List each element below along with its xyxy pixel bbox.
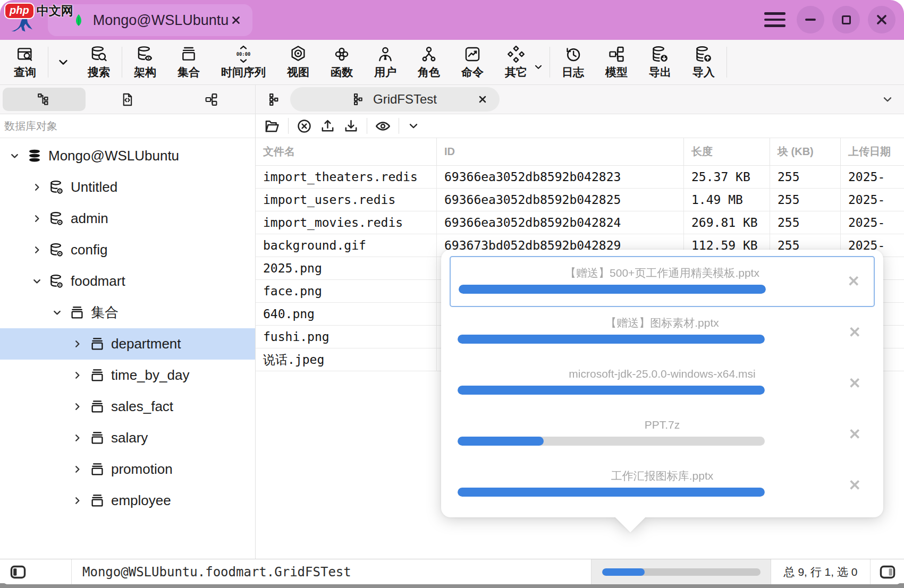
db-search-icon bbox=[90, 45, 108, 63]
upload-cancel-icon[interactable]: ✕ bbox=[849, 325, 861, 340]
tree-item-time_by_day[interactable]: time_by_day bbox=[0, 360, 255, 391]
folder-open-button[interactable] bbox=[263, 118, 282, 134]
upload-cancel-icon[interactable]: ✕ bbox=[849, 478, 861, 493]
timeseries-icon: 00:00 bbox=[234, 45, 252, 63]
toggle-right-panel-icon[interactable] bbox=[879, 564, 896, 581]
close-button[interactable] bbox=[868, 6, 895, 33]
tree-item-label: config bbox=[71, 242, 107, 258]
tree-item-employee[interactable]: employee bbox=[0, 485, 255, 516]
tree-item-promotion[interactable]: promotion bbox=[0, 454, 255, 485]
collection-icon bbox=[89, 336, 105, 352]
column-header[interactable]: 文件名 bbox=[256, 138, 437, 165]
table-cell: 640.png bbox=[256, 303, 437, 325]
cancel-circle-button[interactable] bbox=[295, 118, 314, 134]
sidebar-panel-tabs bbox=[0, 85, 256, 114]
toolbar-button-view[interactable]: 视图 bbox=[276, 40, 320, 84]
toolbar-button-user[interactable]: 用户 bbox=[364, 40, 407, 84]
toolbar-button-db-import[interactable]: 导入 bbox=[682, 40, 725, 84]
table-row[interactable]: import_users.redis69366ea3052db8592b0428… bbox=[256, 189, 904, 211]
table-cell: 1.49 MB bbox=[684, 189, 770, 211]
column-header[interactable]: 上传日期 bbox=[841, 138, 904, 165]
toolbar-button-role[interactable]: 角色 bbox=[407, 40, 451, 84]
titlebar: Mongo@WSLUbuntu bbox=[0, 0, 904, 40]
column-header[interactable]: 长度 bbox=[684, 138, 770, 165]
upload-cancel-icon[interactable]: ✕ bbox=[848, 274, 860, 289]
upload-progress-track bbox=[458, 437, 765, 446]
tree-item-sales_fact[interactable]: sales_fact bbox=[0, 391, 255, 422]
column-header[interactable]: 块 (KB) bbox=[770, 138, 841, 165]
table-row[interactable]: import_theaters.redis69366ea3052db8592b0… bbox=[256, 166, 904, 189]
upload-progress-fill bbox=[459, 285, 766, 294]
status-progress-fill bbox=[602, 568, 645, 576]
chevron-right-icon bbox=[71, 463, 83, 475]
tab-close-icon[interactable] bbox=[477, 94, 488, 105]
upload-filename: 工作汇报图标库.pptx bbox=[455, 467, 869, 484]
php-watermark: php 中文网 bbox=[4, 3, 73, 19]
tree-item-department[interactable]: department bbox=[0, 328, 255, 360]
panel-tab-model[interactable] bbox=[170, 88, 252, 111]
tab-gridfstest[interactable]: GridFSTest bbox=[290, 87, 500, 112]
toolbar-button-label: 视图 bbox=[287, 65, 309, 80]
toolbar-button-label: 角色 bbox=[418, 65, 440, 80]
menu-button[interactable] bbox=[764, 6, 789, 33]
table-cell: 25.37 KB bbox=[684, 166, 770, 188]
maximize-button[interactable] bbox=[832, 6, 860, 33]
query-dropdown-button[interactable] bbox=[49, 40, 77, 84]
toolbar-button-collection[interactable]: 集合 bbox=[167, 40, 210, 84]
model-icon bbox=[607, 45, 626, 63]
db-import-icon bbox=[695, 45, 713, 63]
tree-item-Mongo@WSLUbuntu[interactable]: Mongo@WSLUbuntu bbox=[0, 140, 255, 172]
toolbar-button-timeseries[interactable]: 00:00时间序列 bbox=[210, 40, 276, 84]
tree-item-config[interactable]: config bbox=[0, 234, 255, 266]
panel-tab-tree-structure[interactable] bbox=[3, 88, 86, 111]
toolbar-button-log[interactable]: 日志 bbox=[551, 40, 595, 84]
tree-item-label: admin bbox=[71, 210, 108, 227]
toolbar-button-db-schema[interactable]: 架构 bbox=[123, 40, 167, 84]
toolbar-button-command[interactable]: 命令 bbox=[451, 40, 494, 84]
minimize-button[interactable] bbox=[797, 6, 824, 33]
upload-button[interactable] bbox=[318, 118, 337, 134]
more-actions-button[interactable] bbox=[405, 119, 421, 133]
chevron-down-icon bbox=[881, 92, 894, 106]
download-button[interactable] bbox=[342, 118, 360, 134]
table-cell: import_theaters.redis bbox=[256, 166, 437, 188]
collection-icon bbox=[89, 462, 105, 478]
table-cell: import_users.redis bbox=[256, 189, 437, 211]
toolbar-button-label: 函数 bbox=[331, 65, 353, 80]
tree-item-label: foodmart bbox=[71, 273, 125, 289]
tree-item-集合[interactable]: 集合 bbox=[0, 297, 255, 328]
toolbar-button-function[interactable]: 函数 bbox=[320, 40, 364, 84]
collection-icon bbox=[69, 305, 85, 321]
toolbar-button-model[interactable]: 模型 bbox=[595, 40, 638, 84]
upload-progress-track bbox=[458, 386, 765, 395]
connection-tab[interactable]: Mongo@WSLUbuntu bbox=[48, 4, 252, 36]
toolbar-button-other[interactable]: 其它 bbox=[494, 40, 548, 84]
gridfs-icon bbox=[268, 92, 283, 107]
tab-list-chevron-icon[interactable] bbox=[881, 92, 894, 106]
toolbar-divider bbox=[550, 47, 550, 78]
user-icon bbox=[376, 45, 394, 63]
tree-item-label: promotion bbox=[111, 461, 173, 478]
table-row[interactable]: import_movies.redis69366ea3052db8592b042… bbox=[256, 211, 904, 234]
tree-item-salary[interactable]: salary bbox=[0, 422, 255, 454]
download-icon bbox=[343, 118, 359, 134]
connection-tab-close-icon[interactable] bbox=[230, 14, 242, 26]
toolbar-button-db-search[interactable]: 搜索 bbox=[77, 40, 121, 84]
log-icon bbox=[564, 45, 582, 63]
eye-button[interactable] bbox=[374, 118, 392, 134]
tree-structure-icon bbox=[37, 92, 51, 107]
toolbar-divider bbox=[726, 47, 727, 78]
panel-tab-file-code[interactable] bbox=[86, 88, 169, 111]
toggle-left-panel-icon[interactable] bbox=[10, 564, 27, 581]
column-header[interactable]: ID bbox=[437, 138, 684, 165]
tree-item-Untitled[interactable]: Untitled bbox=[0, 172, 255, 203]
table-cell: 255 bbox=[770, 211, 841, 234]
status-path: Mongo@WSLUbuntu.foodmart.GridFSTest bbox=[72, 565, 591, 580]
toolbar-button-query[interactable]: 查询 bbox=[3, 40, 47, 84]
upload-cancel-icon[interactable]: ✕ bbox=[849, 376, 861, 391]
tree-item-foodmart[interactable]: foodmart bbox=[0, 266, 255, 297]
toolbar-button-db-export[interactable]: 导出 bbox=[638, 40, 682, 84]
upload-cancel-icon[interactable]: ✕ bbox=[849, 427, 861, 442]
table-cell: 255 bbox=[770, 189, 841, 211]
tree-item-admin[interactable]: admin bbox=[0, 203, 255, 234]
